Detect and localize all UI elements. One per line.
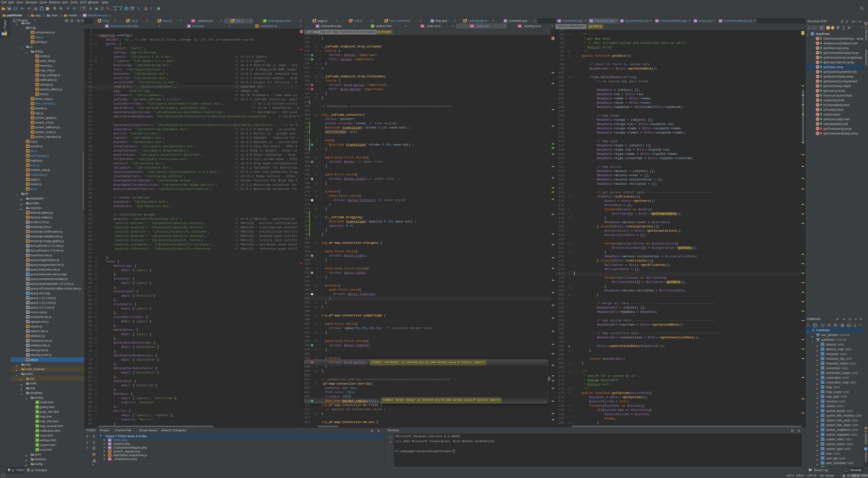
svg-text:QL: QL [847,325,850,326]
svg-text:z: z [815,27,816,28]
svg-text:?: ? [150,7,152,10]
svg-text:a: a [810,27,811,28]
svg-text:A: A [60,7,61,9]
svg-text:DDL: DDL [854,326,857,327]
